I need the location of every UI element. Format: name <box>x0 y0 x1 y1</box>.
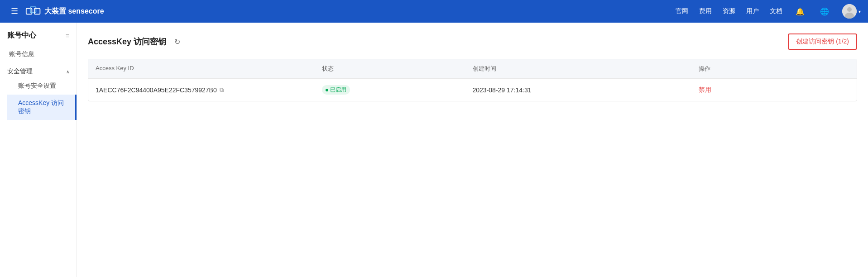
column-header-created: 创建时间 <box>473 65 699 73</box>
logo-icon <box>25 5 42 18</box>
logo[interactable]: 大装置 sensecore <box>25 5 104 18</box>
menu-icon: ☰ <box>11 6 18 16</box>
avatar <box>842 4 857 19</box>
sidebar-group-security-label: 安全管理 <box>7 67 33 76</box>
avatar-image <box>842 4 857 19</box>
cell-action: 禁用 <box>699 86 849 94</box>
language-button[interactable]: 🌐 <box>818 5 831 18</box>
sidebar-item-accesskey[interactable]: AccessKey 访问密钥 <box>7 95 77 120</box>
svg-rect-2 <box>34 9 40 14</box>
cell-id: 1AECC76F2C94400A95E22FC3579927B0 ⧉ <box>96 86 322 94</box>
nav-link-doc[interactable]: 文档 <box>770 7 782 15</box>
nav-link-home[interactable]: 官网 <box>676 7 688 15</box>
svg-point-4 <box>847 7 852 12</box>
globe-icon: 🌐 <box>820 7 829 16</box>
sidebar-header: 账号中心 ≡ <box>0 23 77 46</box>
sidebar-sub-security: 账号安全设置 AccessKey 访问密钥 <box>0 77 77 120</box>
sidebar-group-security[interactable]: 安全管理 ∧ <box>0 63 77 77</box>
logo-text: 大装置 sensecore <box>44 7 104 16</box>
refresh-button[interactable]: ↻ <box>171 35 183 48</box>
sidebar-item-account-info-label: 账号信息 <box>9 50 34 58</box>
user-menu[interactable]: ▾ <box>842 4 861 19</box>
sidebar-item-security-settings[interactable]: 账号安全设置 <box>7 77 77 95</box>
copy-icon[interactable]: ⧉ <box>220 86 224 94</box>
accesskey-table: Access Key ID 状态 创建时间 操作 1AECC76F2C94400… <box>88 59 857 101</box>
sidebar-item-account-info[interactable]: 账号信息 <box>0 46 77 63</box>
security-chevron-icon: ∧ <box>66 69 69 74</box>
nav-links: 官网 费用 资源 用户 文档 🔔 🌐 ▾ <box>676 4 861 19</box>
sidebar-title: 账号中心 <box>7 31 36 40</box>
column-header-id: Access Key ID <box>96 65 322 73</box>
svg-rect-1 <box>30 7 36 13</box>
create-accesskey-button[interactable]: 创建访问密钥 (1/2) <box>788 33 857 50</box>
refresh-icon: ↻ <box>174 38 180 46</box>
page-header: AccessKey 访问密钥 ↻ 创建访问密钥 (1/2) <box>88 33 857 50</box>
page-layout: 账号中心 ≡ 账号信息 安全管理 ∧ 账号安全设置 AccessKey 访问密钥… <box>0 23 868 277</box>
column-header-status: 状态 <box>322 65 473 73</box>
access-key-id-value: 1AECC76F2C94400A95E22FC3579927B0 <box>96 86 217 94</box>
status-badge: 已启用 <box>322 85 350 95</box>
sidebar-menu-icon[interactable]: ≡ <box>66 32 69 39</box>
sidebar-item-accesskey-label: AccessKey 访问密钥 <box>18 99 66 115</box>
notification-button[interactable]: 🔔 <box>793 5 807 18</box>
created-at-value: 2023-08-29 17:14:31 <box>473 86 532 94</box>
nav-link-fee[interactable]: 费用 <box>699 7 712 15</box>
sidebar: 账号中心 ≡ 账号信息 安全管理 ∧ 账号安全设置 AccessKey 访问密钥 <box>0 23 77 277</box>
user-chevron-icon: ▾ <box>858 9 861 14</box>
cell-status: 已启用 <box>322 85 473 95</box>
status-text: 已启用 <box>330 86 346 94</box>
cell-created-at: 2023-08-29 17:14:31 <box>473 86 699 94</box>
status-dot-icon <box>326 89 328 91</box>
top-navigation: ☰ 大装置 sensecore 官网 费用 资源 用户 文档 🔔 🌐 <box>0 0 868 23</box>
menu-toggle-button[interactable]: ☰ <box>7 4 22 19</box>
table-row: 1AECC76F2C94400A95E22FC3579927B0 ⧉ 已启用 2… <box>88 79 857 101</box>
nav-link-user[interactable]: 用户 <box>746 7 759 15</box>
page-title: AccessKey 访问密钥 <box>88 36 166 47</box>
bell-icon: 🔔 <box>796 7 805 16</box>
table-header: Access Key ID 状态 创建时间 操作 <box>88 59 857 79</box>
column-header-action: 操作 <box>699 65 849 73</box>
disable-action-link[interactable]: 禁用 <box>699 86 711 94</box>
main-content: AccessKey 访问密钥 ↻ 创建访问密钥 (1/2) Access Key… <box>77 23 868 277</box>
sidebar-item-security-settings-label: 账号安全设置 <box>18 82 56 90</box>
nav-link-resource[interactable]: 资源 <box>723 7 735 15</box>
page-title-area: AccessKey 访问密钥 ↻ <box>88 35 183 48</box>
svg-rect-0 <box>26 9 32 14</box>
